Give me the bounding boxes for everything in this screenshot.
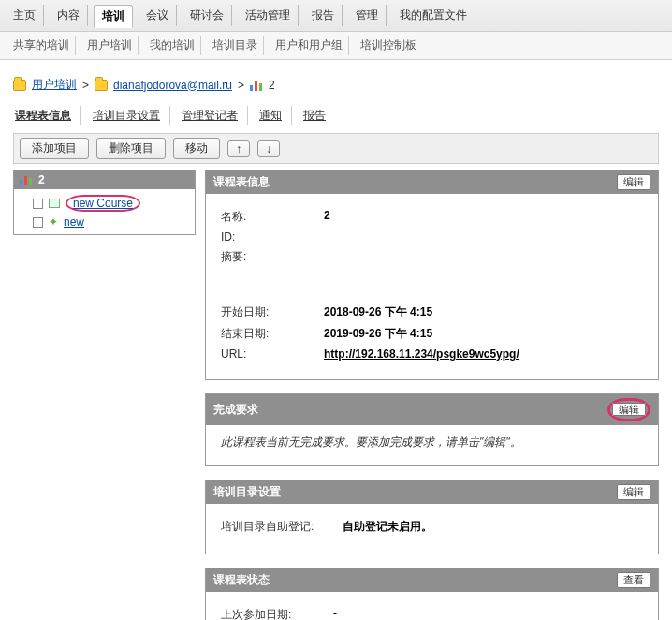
crumb-sep: > — [238, 79, 244, 92]
move-down-button[interactable]: ↓ — [257, 140, 280, 157]
k-end: 结束日期: — [221, 326, 324, 342]
catalog-v: 自助登记未启用。 — [343, 519, 432, 535]
status-title: 课程表状态 — [213, 572, 270, 588]
book-icon — [49, 199, 60, 208]
checkbox[interactable] — [33, 217, 43, 228]
curriculum-icon — [20, 174, 33, 185]
tab-training[interactable]: 培训 — [94, 5, 133, 28]
tab-seminar[interactable]: 研讨会 — [183, 5, 232, 26]
right-column: 课程表信息 编辑 名称:2 ID: 摘要: 开始日期:2018-09-26 下午… — [205, 170, 659, 620]
tab-content[interactable]: 内容 — [50, 5, 88, 26]
tree-panel: 2 new Course ✦ new — [13, 170, 196, 235]
v-end: 2019-09-26 下午 4:15 — [324, 326, 432, 342]
completion-title: 完成要求 — [213, 402, 258, 418]
top-nav: 主页 内容 培训 会议 研讨会 活动管理 报告 管理 我的配置文件 — [0, 0, 672, 32]
crumb-leaf: 2 — [269, 79, 275, 92]
tree-item[interactable]: ✦ new — [20, 214, 189, 230]
catalog-panel-head: 培训目录设置 编辑 — [206, 480, 658, 504]
tree-title: 2 — [38, 173, 45, 186]
checkbox[interactable] — [33, 199, 43, 209]
status-panel-head: 课程表状态 查看 — [206, 568, 658, 592]
add-item-button[interactable]: 添加项目 — [20, 138, 89, 159]
st-notify[interactable]: 通知 — [257, 106, 292, 125]
tree-item-label[interactable]: new — [64, 215, 84, 229]
st-catalog[interactable]: 培训目录设置 — [91, 106, 170, 125]
info-title: 课程表信息 — [213, 174, 270, 190]
sub-shared[interactable]: 共享的培训 — [7, 36, 76, 55]
tree-head: 2 — [14, 170, 195, 189]
crumb-sep: > — [82, 79, 89, 92]
sub-dashboard[interactable]: 培训控制板 — [355, 36, 422, 55]
tab-profile[interactable]: 我的配置文件 — [392, 5, 475, 26]
status-view-button[interactable]: 查看 — [617, 572, 650, 588]
st-info[interactable]: 课程表信息 — [13, 106, 81, 125]
breadcrumb: 用户培训 > dianafjodorova@mail.ru > 2 — [13, 77, 659, 93]
k-start: 开始日期: — [221, 304, 324, 320]
info-panel-head: 课程表信息 编辑 — [206, 170, 658, 194]
tree-item[interactable]: new Course — [20, 193, 189, 214]
sub-catalog[interactable]: 培训目录 — [207, 36, 264, 55]
sub-groups[interactable]: 用户和用户组 — [270, 36, 349, 55]
crumb-link[interactable]: dianafjodorova@mail.ru — [113, 79, 232, 92]
v-name: 2 — [324, 209, 330, 225]
tab-home[interactable]: 主页 — [6, 5, 44, 26]
v-url[interactable]: http://192.168.11.234/psgke9wc5ypg/ — [324, 347, 519, 361]
tab-event[interactable]: 活动管理 — [238, 5, 299, 26]
v-start: 2018-09-26 下午 4:15 — [324, 304, 432, 320]
crumb-root[interactable]: 用户培训 — [32, 77, 77, 93]
status-k0: 上次参加日期: — [221, 607, 333, 620]
folder-icon — [95, 80, 108, 91]
k-name: 名称: — [221, 209, 324, 225]
status-v0: - — [333, 607, 337, 620]
folder-icon — [13, 80, 26, 91]
sub-nav: 共享的培训 用户培训 我的培训 培训目录 用户和用户组 培训控制板 — [0, 32, 672, 60]
tab-admin[interactable]: 管理 — [348, 5, 387, 26]
k-summary: 摘要: — [221, 249, 324, 265]
page-subtabs: 课程表信息 培训目录设置 管理登记者 通知 报告 — [13, 106, 659, 125]
sub-user[interactable]: 用户培训 — [81, 36, 139, 55]
piece-icon: ✦ — [49, 215, 58, 229]
move-up-button[interactable]: ↑ — [227, 140, 250, 157]
curriculum-icon — [250, 80, 263, 91]
k-id: ID: — [221, 230, 324, 244]
catalog-k: 培训目录自助登记: — [221, 519, 343, 535]
tree-item-label[interactable]: new Course — [73, 197, 133, 210]
info-edit-button[interactable]: 编辑 — [617, 174, 650, 190]
k-url: URL: — [221, 347, 324, 361]
catalog-title: 培训目录设置 — [213, 484, 281, 500]
delete-item-button[interactable]: 删除项目 — [96, 138, 166, 159]
tab-meeting[interactable]: 会议 — [139, 5, 177, 26]
completion-panel-head: 完成要求 编辑 — [206, 394, 658, 425]
tab-report[interactable]: 报告 — [304, 5, 343, 26]
completion-edit-button[interactable]: 编辑 — [612, 403, 646, 416]
st-enrollees[interactable]: 管理登记者 — [180, 106, 248, 125]
st-report[interactable]: 报告 — [301, 106, 335, 125]
toolbar: 添加项目 删除项目 移动 ↑ ↓ — [13, 133, 659, 164]
sub-mine[interactable]: 我的培训 — [144, 36, 201, 55]
catalog-edit-button[interactable]: 编辑 — [617, 484, 650, 500]
move-button[interactable]: 移动 — [173, 138, 220, 159]
completion-note: 此课程表当前无完成要求。要添加完成要求，请单击"编辑"。 — [221, 435, 643, 450]
